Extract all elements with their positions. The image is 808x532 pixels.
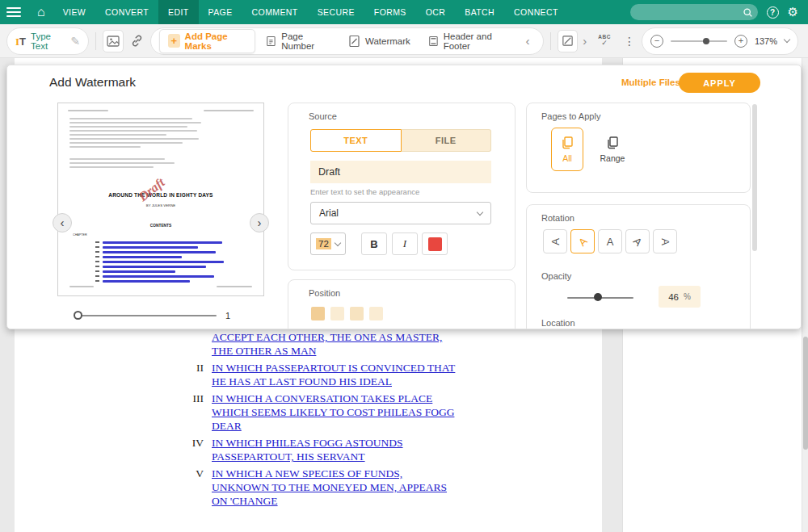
toc-link[interactable]: IN WHICH A NEW SPECIES OF FUNDS, [212,467,447,480]
toc-link[interactable]: WHICH SEEMS LIKELY TO COST PHILEAS FOGG [212,405,454,419]
zoom-caret-icon[interactable] [784,36,790,43]
preview-header-line [204,110,254,111]
edit-pencil-icon[interactable]: ✎ [71,35,81,48]
font-color-button[interactable] [422,232,448,255]
pages-range-option[interactable]: Range [591,128,633,171]
apply-button[interactable]: APPLY [679,73,760,93]
toc-link[interactable]: ACCEPT EACH OTHER, THE ONE AS MASTER, [212,330,442,344]
preview-page-slider[interactable] [78,315,217,316]
help-icon[interactable]: ? [767,6,779,19]
preview-footer-line [217,286,252,287]
menu-ocr[interactable]: OCR [416,0,456,24]
preview-doc-title: AROUND THE WORLD IN EIGHTY DAYS [58,192,263,198]
scrollbar-thumb[interactable] [803,337,808,450]
multiple-files-link[interactable]: Multiple Files [621,77,680,87]
image-icon [107,36,120,47]
source-tabs: TEXT FILE [310,129,491,152]
font-select[interactable]: Arial [310,202,491,224]
menu-page[interactable]: PAGE [199,0,242,24]
watermark-button[interactable]: Watermark [341,35,418,48]
opacity-slider-handle[interactable] [594,293,602,301]
insert-image-button[interactable] [103,30,124,52]
rotation-90-button[interactable]: A [653,229,677,253]
opacity-value: 46 [668,292,679,302]
menu-comment[interactable]: COMMENT [242,0,308,24]
toc-chapter-row: ACCEPT EACH OTHER, THE ONE AS MASTER, TH… [15,330,455,358]
opacity-unit: % [684,292,691,301]
zoom-controls: − + 137% [642,27,798,55]
zoom-out-button[interactable]: − [650,35,663,48]
preview-prev-button[interactable]: ‹ [53,213,72,232]
preview-next-button[interactable]: › [250,213,269,232]
font-size-select[interactable]: 72 [310,232,346,255]
type-text-button[interactable]: IT Type Text [15,31,65,51]
position-grid [311,307,383,320]
header-footer-button[interactable]: Header and Footer [421,31,518,51]
toc-link[interactable]: IN WHICH PASSEPARTOUT IS CONVINCED THAT [212,361,455,375]
preview-page-slider-handle[interactable] [74,311,82,320]
search-input[interactable] [637,4,742,20]
preview-contents-heading: CONTENTS [78,224,242,228]
zoom-slider-handle[interactable] [703,38,709,44]
toc-link[interactable]: UNKNOWN TO THE MONEYED MEN, APPEARS [212,480,447,494]
chapter-numeral: III [15,392,204,433]
source-panel: Source TEXT FILE Enter text to set the a… [288,103,516,270]
add-page-marks-label: Add Page Marks [185,31,247,51]
pages-all-option[interactable]: All [551,128,583,171]
insert-link-button[interactable] [130,34,144,48]
tab-file[interactable]: FILE [402,129,492,152]
menu-edit[interactable]: EDIT [158,0,199,24]
toc-link[interactable]: THE OTHER AS MAN [212,344,442,358]
italic-button[interactable]: I [392,232,418,255]
zoom-slider[interactable] [671,36,727,47]
rotation-minus-90-button[interactable]: A [543,229,567,253]
bold-button[interactable]: B [361,232,387,255]
zoom-in-button[interactable]: + [734,35,747,48]
home-icon[interactable]: ⌂ [37,0,45,24]
zoom-level[interactable]: 137% [755,36,777,46]
toc-link[interactable]: DEAR [212,419,454,433]
plus-icon: + [168,34,180,48]
menu-connect[interactable]: CONNECT [504,0,568,24]
chapter-numeral: IV [15,436,204,463]
menu-secure[interactable]: SECURE [308,0,364,24]
toc-link[interactable]: IN WHICH A CONVERSATION TAKES PLACE [212,392,454,405]
scroll-right-chevron[interactable]: › [578,34,591,48]
rotation-0-button[interactable]: A [598,229,622,253]
position-cell[interactable] [330,307,344,320]
toc-link[interactable]: IN WHICH PHILEAS FOGG ASTOUNDS [212,436,403,450]
dialog-scrollbar[interactable] [752,104,757,251]
position-cell[interactable] [350,307,364,320]
position-cell[interactable] [369,307,383,320]
position-cell[interactable] [311,307,325,320]
color-swatch [428,237,442,251]
settings-gear-icon[interactable]: ⚙ [788,5,798,19]
toc-link[interactable]: ON 'CHANGE [212,494,447,508]
vertical-scrollbar[interactable] [802,58,808,532]
page-number-button[interactable]: Page Number [259,31,338,51]
menu-convert[interactable]: CONVERT [95,0,158,24]
hamburger-menu-icon[interactable] [6,7,21,17]
add-page-marks-button[interactable]: + Add Page Marks [159,29,255,53]
spellcheck-button[interactable]: ABC ✓ [598,35,611,48]
font-select-value: Arial [319,207,339,219]
menu-batch[interactable]: BATCH [455,0,504,24]
rotation-45-button[interactable]: A [625,229,650,253]
tab-text[interactable]: TEXT [310,129,402,152]
add-watermark-dialog: Add Watermark Multiple Files APPLY AROUN… [6,65,802,329]
shape-tool-button[interactable] [558,30,579,52]
rotation-minus-45-button[interactable]: A [570,229,595,253]
more-options-icon[interactable]: ⋮ [617,35,642,48]
search-box[interactable] [630,4,758,20]
chapter-numeral: V [15,467,204,508]
scroll-left-chevron[interactable]: ‹ [521,34,535,48]
toc-link[interactable]: PASSEPARTOUT, HIS SERVANT [212,450,403,463]
watermark-text-input[interactable] [310,161,491,183]
menu-forms[interactable]: FORMS [364,0,416,24]
preview-text-lines [69,118,201,150]
watermark-preview: AROUND THE WORLD IN EIGHTY DAYS BY JULES… [57,103,264,296]
menu-view[interactable]: VIEW [53,0,95,24]
font-size-value: 72 [316,238,331,249]
toc-link[interactable]: HE HAS AT LAST FOUND HIS IDEAL [212,375,455,388]
opacity-value-box[interactable]: 46 % [659,286,701,308]
